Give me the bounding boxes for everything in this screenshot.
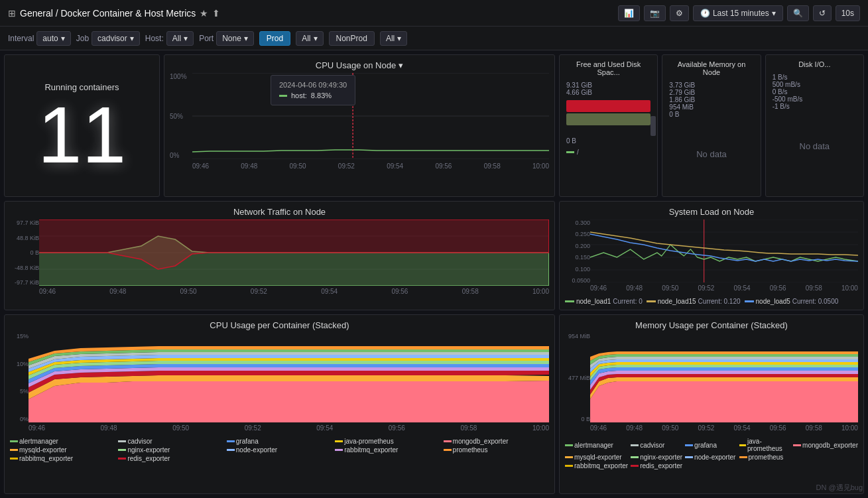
top-bar-right: 📊 📷 ⚙ 🕐 Last 15 minutes ▾ 🔍 ↺ 10s — [618, 5, 860, 21]
port-filter: Port None▾ — [199, 31, 254, 46]
settings-button[interactable]: ⚙ — [670, 5, 689, 21]
top-bar-left: ⊞ General / Docker Container & Host Metr… — [8, 8, 613, 19]
mem-container-svg — [590, 333, 858, 422]
running-containers-value: 11 — [38, 95, 126, 174]
graph-button[interactable]: 📊 — [618, 5, 640, 21]
port-label: Port — [199, 34, 214, 43]
system-load-svg — [590, 219, 858, 282]
row2: Network Traffic on Node 97.7 KiB 48.8 Ki… — [4, 201, 864, 310]
time-range-button[interactable]: 🕐 Last 15 minutes ▾ — [693, 5, 783, 21]
disk-io-no-data: No data — [766, 113, 863, 179]
svg-marker-27 — [590, 381, 858, 422]
cpu-usage-node-title: CPU Usage on Node ▾ — [164, 55, 554, 73]
filter-bar: Interval auto▾ Job cadvisor▾ Host: All▾ … — [0, 27, 868, 50]
star-icon[interactable]: ★ — [200, 8, 208, 19]
panels-area: Running containers 11 CPU Usage on Node … — [0, 50, 868, 498]
job-filter: Job cadvisor▾ — [76, 31, 140, 46]
breadcrumb: General / Docker Container & Host Metric… — [20, 8, 196, 19]
cpu-per-container-panel: CPU Usage per Container (Stacked) 15% 10… — [4, 314, 555, 494]
network-traffic-panel: Network Traffic on Node 97.7 KiB 48.8 Ki… — [4, 201, 555, 310]
chevron-down-icon: ▾ — [772, 9, 776, 18]
cpu-chart-svg — [192, 73, 549, 159]
grid-icon: ⊞ — [8, 8, 16, 19]
memory-per-container-title: Memory Usage per Container (Stacked) — [560, 315, 863, 333]
nonprod-button[interactable]: NonProd — [329, 31, 375, 46]
network-chart-svg — [39, 219, 549, 286]
prod-button[interactable]: Prod — [259, 31, 290, 46]
cpu-usage-node-panel: CPU Usage on Node ▾ 100% 50% 0% — [164, 54, 555, 197]
available-memory-panel: Available Memory on Node 3.73 GiB 2.79 G… — [662, 54, 761, 197]
job-select[interactable]: cadvisor▾ — [92, 31, 140, 46]
job-label: Job — [76, 34, 89, 43]
disk-io-title: Disk I/O... — [766, 55, 863, 71]
disk-io-panel: Disk I/O... 1 B/s 500 mB/s 0 B/s -500 mB… — [765, 54, 864, 197]
interval-label: Interval — [8, 34, 34, 43]
interval-select[interactable]: auto▾ — [36, 31, 70, 46]
prod-all-select[interactable]: All▾ — [296, 31, 323, 46]
nonprod-all-select[interactable]: All▾ — [380, 31, 407, 46]
available-memory-title: Available Memory on Node — [662, 55, 760, 79]
free-disk-panel: Free and Used Disk Spac... 9.31 GiB 4.66… — [559, 54, 658, 197]
system-load-panel: System Load on Node 0.300 0.250 0.200 0.… — [559, 201, 864, 310]
available-memory-no-data: No data — [662, 121, 760, 187]
row3: CPU Usage per Container (Stacked) 15% 10… — [4, 314, 864, 494]
top-bar: ⊞ General / Docker Container & Host Metr… — [0, 0, 868, 27]
watermark: DN @遇见bug — [816, 483, 863, 493]
free-disk-title: Free and Used Disk Spac... — [560, 55, 657, 79]
cpu-per-container-title: CPU Usage per Container (Stacked) — [5, 315, 554, 333]
memory-per-container-panel: Memory Usage per Container (Stacked) 954… — [559, 314, 864, 494]
port-select[interactable]: None▾ — [216, 31, 254, 46]
zoom-button[interactable]: 🔍 — [787, 5, 809, 21]
cpu-container-legend: alertmanager cadvisor grafana java-prome… — [5, 436, 554, 464]
interval-filter: Interval auto▾ — [8, 31, 71, 46]
right-top-panels: Free and Used Disk Spac... 9.31 GiB 4.66… — [559, 54, 864, 197]
refresh-button[interactable]: ↺ — [813, 5, 832, 21]
camera-button[interactable]: 📷 — [644, 5, 666, 21]
running-containers-panel: Running containers 11 — [4, 54, 160, 197]
page-container: ⊞ General / Docker Container & Host Metr… — [0, 0, 868, 498]
mem-container-legend: alertmanager cadvisor grafana java-prome… — [560, 436, 863, 471]
host-filter: Host: All▾ — [145, 31, 194, 46]
share-icon[interactable]: ⬆ — [212, 8, 220, 19]
clock-icon: 🕐 — [700, 9, 710, 18]
host-label: Host: — [145, 34, 164, 43]
system-load-legend: node_load1 Current: 0 node_load15 Curren… — [560, 296, 863, 307]
system-load-title: System Load on Node — [560, 202, 863, 219]
refresh-interval-button[interactable]: 10s — [836, 5, 860, 21]
network-traffic-title: Network Traffic on Node — [5, 202, 554, 219]
host-select[interactable]: All▾ — [166, 31, 194, 46]
cpu-container-svg — [29, 333, 549, 422]
row1: Running containers 11 CPU Usage on Node … — [4, 54, 864, 197]
chevron-down-icon: ▾ — [399, 60, 403, 70]
svg-marker-16 — [29, 381, 549, 422]
